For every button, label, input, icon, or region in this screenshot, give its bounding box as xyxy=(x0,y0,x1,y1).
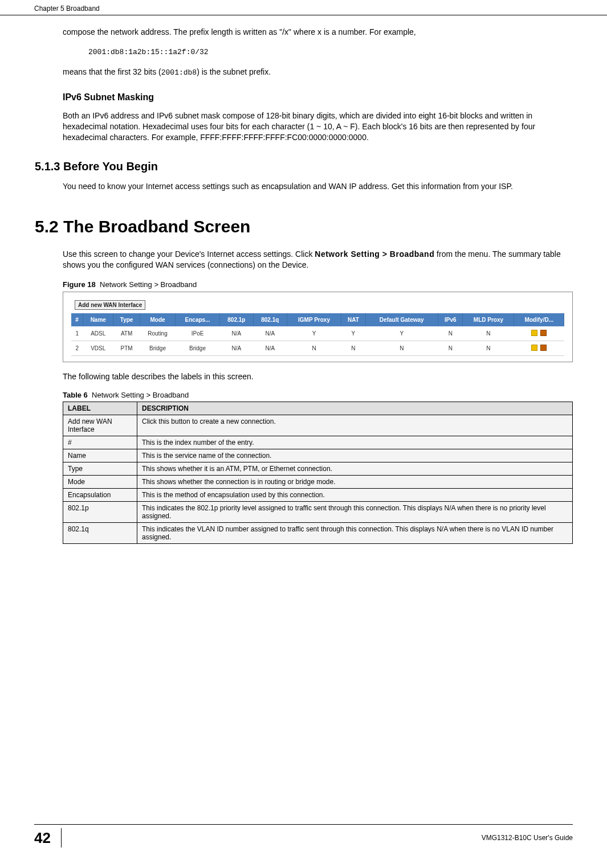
page-footer: 42 VMG1312-B10C User's Guide xyxy=(34,824,573,847)
col-nat[interactable]: NAT xyxy=(341,313,365,326)
figure-caption: Figure 18 Network Setting > Broadband xyxy=(63,280,573,290)
col-ipv6[interactable]: IPv6 xyxy=(438,313,463,326)
col-8021q[interactable]: 802.1q xyxy=(253,313,287,326)
delete-icon[interactable] xyxy=(540,345,547,351)
col-type[interactable]: Type xyxy=(113,313,140,326)
para-513: You need to know your Internet access se… xyxy=(63,181,573,192)
col-index[interactable]: # xyxy=(71,313,83,326)
col-default-gateway[interactable]: Default Gateway xyxy=(365,313,438,326)
table-row: 802.1qThis indicates the VLAN ID number … xyxy=(63,522,573,543)
modify-delete-cell xyxy=(514,326,564,341)
desc-col-label: LABEL xyxy=(63,402,137,415)
table-caption-text: Network Setting > Broadband xyxy=(92,391,189,399)
label-description-table: LABEL DESCRIPTION Add new WAN InterfaceC… xyxy=(63,402,573,544)
code-inline-2001db8: 2001:db8 xyxy=(161,68,197,77)
heading-52-broadband-screen: 5.2 The Broadband Screen xyxy=(35,217,573,236)
modify-delete-cell xyxy=(514,341,564,356)
figure-label: Figure 18 xyxy=(63,280,96,289)
edit-icon[interactable] xyxy=(531,330,537,336)
edit-icon[interactable] xyxy=(531,345,537,351)
desc-col-description: DESCRIPTION xyxy=(137,402,573,415)
col-mld-proxy[interactable]: MLD Proxy xyxy=(463,313,514,326)
table-row: EncapsulationThis is the method of encap… xyxy=(63,488,573,501)
broadband-screenshot: Add new WAN Interface # Name Type Mode E… xyxy=(63,292,573,362)
guide-title: VMG1312-B10C User's Guide xyxy=(482,834,573,842)
table-caption: Table 6 Network Setting > Broadband xyxy=(63,390,573,400)
table-row: NameThis is the service name of the conn… xyxy=(63,449,573,462)
table-row: 802.1pThis indicates the 802.1p priority… xyxy=(63,501,573,522)
page-content: compose the network address. The prefix … xyxy=(0,15,607,544)
col-igmp-proxy[interactable]: IGMP Proxy xyxy=(287,313,341,326)
table-row: ModeThis shows whether the connection is… xyxy=(63,475,573,488)
col-mode[interactable]: Mode xyxy=(140,313,175,326)
table-label: Table 6 xyxy=(63,391,88,399)
page-number: 42 xyxy=(34,828,62,847)
figure-caption-text: Network Setting > Broadband xyxy=(100,280,197,289)
menu-path-bold: Network Setting > Broadband xyxy=(315,249,434,259)
table-row: #This is the index number of the entry. xyxy=(63,436,573,449)
wan-table-header-row: # Name Type Mode Encaps... 802.1p 802.1q… xyxy=(71,313,564,326)
table-row: 2 VDSL PTM Bridge Bridge N/A N/A N N N N… xyxy=(71,341,564,356)
table-row: Add new WAN InterfaceClick this button t… xyxy=(63,415,573,436)
table-row: 1 ADSL ATM Routing IPoE N/A N/A Y Y Y N … xyxy=(71,326,564,341)
delete-icon[interactable] xyxy=(540,330,547,336)
heading-ipv6-subnet-masking: IPv6 Subnet Masking xyxy=(63,92,573,103)
para-52-intro: Use this screen to change your Device's … xyxy=(63,249,573,271)
code-block-prefix-example: 2001:db8:1a2b:15::1a2f:0/32 xyxy=(88,48,573,56)
para-prefix-compose: compose the network address. The prefix … xyxy=(63,27,573,38)
heading-513-before-you-begin: 5.1.3 Before You Begin xyxy=(35,160,573,173)
para-after-figure: The following table describes the labels… xyxy=(63,371,573,382)
col-encaps[interactable]: Encaps... xyxy=(176,313,220,326)
col-8021p[interactable]: 802.1p xyxy=(219,313,253,326)
add-new-wan-interface-button[interactable]: Add new WAN Interface xyxy=(75,300,145,310)
col-modify-delete[interactable]: Modify/D... xyxy=(514,313,564,326)
chapter-label: Chapter 5 Broadband xyxy=(34,5,100,13)
table-row: TypeThis shows whether it is an ATM, PTM… xyxy=(63,462,573,475)
col-name[interactable]: Name xyxy=(83,313,113,326)
para-subnet-masking: Both an IPv6 address and IPv6 subnet mas… xyxy=(63,110,573,143)
wan-services-table: # Name Type Mode Encaps... 802.1p 802.1q… xyxy=(71,313,564,356)
page-header: Chapter 5 Broadband xyxy=(0,0,607,15)
para-means: means that the first 32 bits (2001:db8) … xyxy=(63,67,573,78)
